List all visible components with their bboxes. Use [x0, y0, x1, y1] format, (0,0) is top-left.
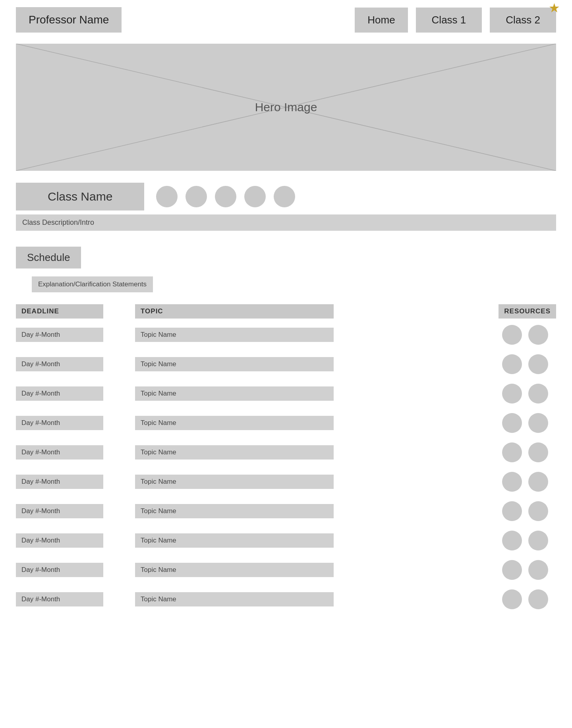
navbar: Professor Name Home Class 1 Class 2 ★	[0, 0, 572, 40]
class-name-box: Class Name	[16, 183, 144, 210]
resources-cell	[502, 384, 556, 404]
schedule-table: DEADLINE TOPIC RESOURCES Day #-Month Top…	[16, 304, 556, 609]
table-row: Day #-Month Topic Name	[16, 442, 556, 462]
resource-circle-1[interactable]	[502, 589, 522, 609]
resource-circle-1[interactable]	[502, 413, 522, 433]
deadline-cell: Day #-Month	[16, 504, 103, 518]
table-row: Day #-Month Topic Name	[16, 413, 556, 433]
deadline-cell: Day #-Month	[16, 416, 103, 430]
table-row: Day #-Month Topic Name	[16, 589, 556, 609]
resource-circle-2[interactable]	[528, 442, 548, 462]
table-row: Day #-Month Topic Name	[16, 560, 556, 580]
resources-cell	[502, 325, 556, 345]
deadline-cell: Day #-Month	[16, 328, 103, 342]
resources-cell	[502, 501, 556, 521]
table-row: Day #-Month Topic Name	[16, 325, 556, 345]
resource-circle-2[interactable]	[528, 354, 548, 374]
topic-cell: Topic Name	[135, 386, 334, 401]
class-description-bar: Class Description/Intro	[16, 214, 556, 231]
resources-cell	[502, 354, 556, 374]
hero-label: Hero Image	[255, 100, 317, 114]
topic-cell: Topic Name	[135, 357, 334, 371]
resources-cell	[502, 560, 556, 580]
resource-circle-1[interactable]	[502, 354, 522, 374]
deadline-cell: Day #-Month	[16, 386, 103, 401]
resource-circle-2[interactable]	[528, 472, 548, 492]
deadline-header: DEADLINE	[16, 304, 103, 319]
deadline-cell: Day #-Month	[16, 475, 103, 489]
topic-cell: Topic Name	[135, 563, 334, 577]
resources-cell	[502, 589, 556, 609]
resource-circle-1[interactable]	[502, 501, 522, 521]
resource-circle-2[interactable]	[528, 560, 548, 580]
deadline-cell: Day #-Month	[16, 533, 103, 548]
professor-name[interactable]: Professor Name	[16, 7, 122, 33]
resource-circle-1[interactable]	[502, 560, 522, 580]
resource-circle-2[interactable]	[528, 501, 548, 521]
schedule-box: Schedule	[16, 247, 81, 268]
deadline-cell: Day #-Month	[16, 563, 103, 577]
hero-image: Hero Image	[16, 44, 556, 171]
circle-4	[244, 186, 266, 207]
circle-5	[274, 186, 295, 207]
resources-cell	[502, 413, 556, 433]
deadline-cell: Day #-Month	[16, 592, 103, 606]
resources-cell	[502, 442, 556, 462]
table-row: Day #-Month Topic Name	[16, 531, 556, 550]
resource-circle-1[interactable]	[502, 325, 522, 345]
resources-cell	[502, 531, 556, 550]
star-icon: ★	[549, 0, 560, 15]
resource-circle-2[interactable]	[528, 325, 548, 345]
table-row: Day #-Month Topic Name	[16, 501, 556, 521]
resource-circle-2[interactable]	[528, 531, 548, 550]
table-row: Day #-Month Topic Name	[16, 384, 556, 404]
class2-nav-item[interactable]: Class 2	[490, 8, 556, 33]
topic-cell: Topic Name	[135, 533, 334, 548]
class2-nav-wrapper: Class 2 ★	[490, 8, 556, 33]
table-row: Day #-Month Topic Name	[16, 354, 556, 374]
explanation-bar: Explanation/Clarification Statements	[32, 276, 153, 292]
deadline-cell: Day #-Month	[16, 357, 103, 371]
resource-circle-2[interactable]	[528, 589, 548, 609]
resource-circle-1[interactable]	[502, 442, 522, 462]
home-nav-item[interactable]: Home	[355, 8, 408, 33]
table-header-row: DEADLINE TOPIC RESOURCES	[16, 304, 556, 319]
topic-cell: Topic Name	[135, 475, 334, 489]
circle-1	[156, 186, 178, 207]
topic-cell: Topic Name	[135, 445, 334, 460]
class-name-row: Class Name	[16, 183, 556, 210]
resource-circle-2[interactable]	[528, 413, 548, 433]
topic-cell: Topic Name	[135, 416, 334, 430]
resource-circle-1[interactable]	[502, 531, 522, 550]
topic-cell: Topic Name	[135, 328, 334, 342]
deadline-cell: Day #-Month	[16, 445, 103, 460]
resource-circle-1[interactable]	[502, 384, 522, 404]
class1-nav-item[interactable]: Class 1	[416, 8, 482, 33]
resources-cell	[502, 472, 556, 492]
resources-header: RESOURCES	[499, 304, 556, 319]
circle-3	[215, 186, 236, 207]
resource-circle-1[interactable]	[502, 472, 522, 492]
circles-row	[156, 186, 295, 207]
table-row: Day #-Month Topic Name	[16, 472, 556, 492]
topic-cell: Topic Name	[135, 504, 334, 518]
table-rows-container: Day #-Month Topic Name Day #-Month Topic…	[16, 325, 556, 609]
resource-circle-2[interactable]	[528, 384, 548, 404]
circle-2	[186, 186, 207, 207]
topic-cell: Topic Name	[135, 592, 334, 606]
topic-header: TOPIC	[135, 304, 334, 319]
